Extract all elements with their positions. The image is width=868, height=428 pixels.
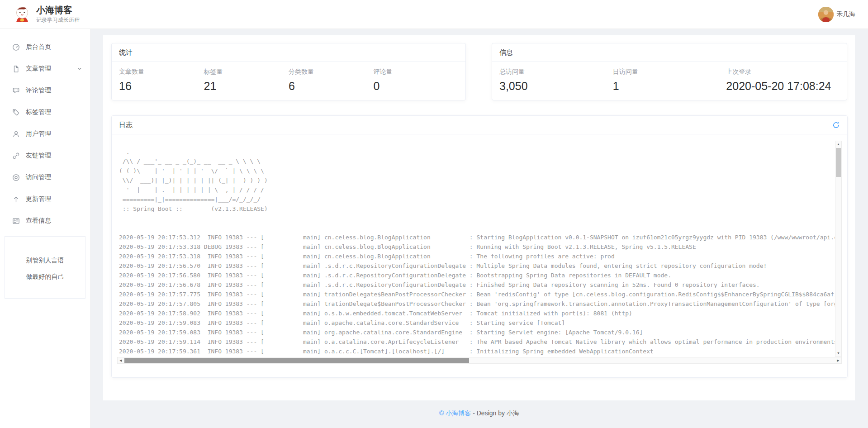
scroll-right-arrow-icon[interactable]: ▶ [835, 357, 841, 363]
log-scroll-area[interactable]: . ____ _ __ _ _ /\\ / ___'_ __ _ _(_)_ _… [117, 141, 842, 357]
sidebar-item-label: 标签管理 [26, 108, 51, 116]
log-card-body: . ____ _ __ _ _ /\\ / ___'_ __ _ _(_)_ _… [112, 134, 847, 377]
horizontal-scroll-thumb[interactable] [124, 358, 469, 363]
sidebar-item-updates[interactable]: 更新管理 [0, 188, 90, 210]
sidebar-item-view-info[interactable]: 查看信息 [0, 210, 90, 232]
sidebar-item-label: 用户管理 [26, 130, 51, 138]
log-vertical-scrollbar[interactable]: ▲ ▼ [835, 141, 842, 357]
sidebar-item-label: 友链管理 [26, 152, 51, 160]
footer-site-link[interactable]: © 小海博客 [439, 409, 471, 417]
main-content-panel: 统计 文章数量 16 标签量 21 分类数量 6 评论量 0 [103, 35, 855, 400]
info-last-login: 上次登录 2020-05-20 17:08:24 [726, 68, 840, 93]
comment-icon [12, 87, 20, 95]
tag-icon [12, 109, 20, 116]
sidebar-item-articles[interactable]: 文章管理 [0, 58, 90, 80]
sidebar-motto-box: 别管别人言语 做最好的自己 [5, 236, 85, 299]
info-card-header: 信息 [492, 43, 847, 62]
sidebar-item-friend-links[interactable]: 友链管理 [0, 145, 90, 166]
update-icon [12, 195, 20, 203]
log-output: . ____ _ __ _ _ /\\ / ___'_ __ _ _(_)_ _… [117, 141, 835, 357]
log-card-title: 日志 [119, 121, 133, 129]
info-card: 信息 总访问量 3,050 日访问量 1 上次登录 2020-05-20 17:… [492, 43, 847, 100]
log-card: 日志 . ____ _ __ _ _ /\\ / ___'_ __ _ _(_)… [111, 115, 848, 378]
sidebar-item-label: 文章管理 [26, 65, 51, 73]
user-menu[interactable]: 禾几海 [818, 7, 855, 22]
motto-line: 别管别人言语 [5, 257, 85, 265]
info-card-title: 信息 [499, 48, 513, 57]
site-subtitle: 记录学习成长历程 [36, 16, 80, 24]
sidebar-item-users[interactable]: 用户管理 [0, 123, 90, 145]
sidebar-item-label: 评论管理 [26, 86, 51, 95]
chevron-down-icon[interactable] [77, 66, 82, 71]
sidebar-item-label: 查看信息 [26, 217, 51, 225]
log-horizontal-scrollbar[interactable]: ◀ ▶ [117, 357, 842, 364]
dashboard-icon [12, 43, 20, 51]
sidebar-item-visits[interactable]: 访问管理 [0, 166, 90, 188]
scroll-up-arrow-icon[interactable]: ▲ [835, 141, 841, 147]
info-total-visits: 总访问量 3,050 [499, 68, 613, 93]
stats-card-title: 统计 [119, 48, 133, 57]
page-footer: © 小海博客 - Design by 小海 [90, 409, 868, 418]
sidebar-item-tags[interactable]: 标签管理 [0, 101, 90, 123]
sidebar-item-comments[interactable]: 评论管理 [0, 80, 90, 101]
scroll-down-arrow-icon[interactable]: ▼ [835, 350, 841, 357]
site-title: 小海博客 [36, 5, 80, 15]
scroll-left-arrow-icon[interactable]: ◀ [118, 357, 124, 363]
stat-comment-count: 评论量 0 [374, 68, 459, 93]
info-card-body: 总访问量 3,050 日访问量 1 上次登录 2020-05-20 17:08:… [492, 62, 847, 93]
visit-icon [12, 174, 20, 181]
footer-credit-text: - Design by 小海 [471, 409, 519, 417]
link-icon [12, 152, 20, 160]
top-header: 小海博客 记录学习成长历程 禾几海 [0, 0, 868, 29]
vertical-scroll-thumb[interactable] [836, 148, 841, 177]
user-icon [12, 130, 20, 138]
article-icon [12, 65, 20, 73]
stat-article-count: 文章数量 16 [119, 68, 204, 93]
user-avatar[interactable] [818, 7, 834, 22]
sidebar-item-dashboard[interactable]: 后台首页 [0, 36, 90, 58]
stat-category-count: 分类数量 6 [289, 68, 374, 93]
info-daily-visits: 日访问量 1 [613, 68, 726, 93]
stats-card-header: 统计 [112, 43, 465, 62]
brand-block: 小海博客 记录学习成长历程 [36, 5, 80, 24]
sidebar-item-label: 更新管理 [26, 195, 51, 203]
sidebar-item-label: 后台首页 [26, 43, 51, 51]
sidebar-menu: 后台首页 文章管理 评论管理 标签管理 [0, 29, 90, 428]
site-logo-icon [13, 5, 32, 24]
admin-dashboard-page: 小海博客 记录学习成长历程 禾几海 后台首页 [0, 0, 868, 428]
stat-tag-count: 标签量 21 [204, 68, 289, 93]
idcard-icon [12, 217, 20, 225]
motto-line: 做最好的自己 [5, 273, 85, 281]
username-label[interactable]: 禾几海 [836, 10, 855, 19]
stats-card-body: 文章数量 16 标签量 21 分类数量 6 评论量 0 [112, 62, 465, 93]
log-card-header: 日志 [112, 116, 847, 134]
stats-card: 统计 文章数量 16 标签量 21 分类数量 6 评论量 0 [111, 43, 466, 100]
refresh-icon[interactable] [832, 121, 840, 129]
sidebar-item-label: 访问管理 [26, 173, 51, 181]
